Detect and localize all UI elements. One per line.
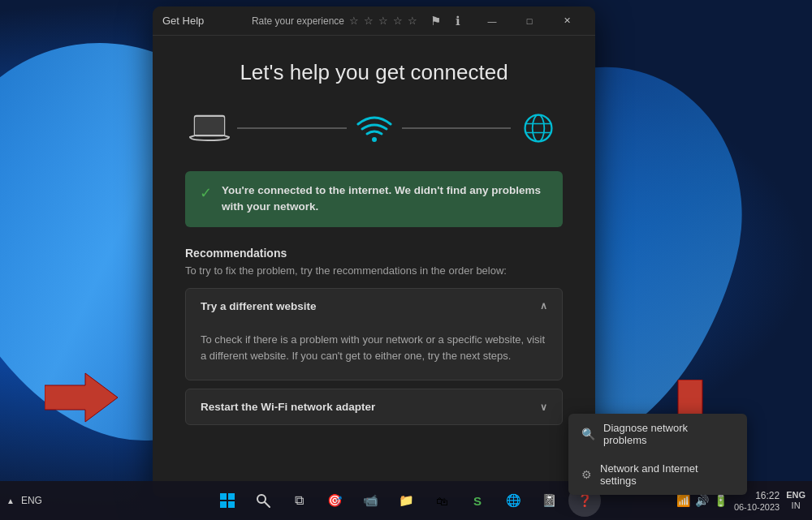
svg-line-14 xyxy=(265,502,270,507)
network-diagram xyxy=(185,108,563,148)
minimize-button[interactable]: — xyxy=(473,6,511,36)
taskbar-left: ▲ ENG xyxy=(6,495,42,506)
star-3[interactable]: ☆ xyxy=(378,15,388,27)
svg-rect-10 xyxy=(228,493,235,500)
net-line-2 xyxy=(402,127,512,129)
lang-region: IN xyxy=(792,501,801,511)
window-content: Let's help you get connected xyxy=(153,36,595,497)
title-bar-controls: — □ ✕ xyxy=(473,6,585,36)
svg-rect-12 xyxy=(228,501,235,508)
context-menu-diagnose-label: Diagnose network problems xyxy=(603,422,734,446)
window-title: Get Help xyxy=(162,15,204,27)
notes-icon[interactable]: 📓 xyxy=(533,484,565,517)
svg-point-5 xyxy=(525,115,552,142)
clock-date: 06-10-2023 xyxy=(734,502,780,512)
accordion-item-2: Restart the Wi-Fi network adapter ∨ xyxy=(185,389,563,425)
accordion-item-1: Try a different website ∧ To check if th… xyxy=(185,288,563,381)
accordion-chevron-1: ∧ xyxy=(540,300,547,312)
lang-icon: ENG xyxy=(21,495,42,506)
star-4[interactable]: ☆ xyxy=(393,15,403,27)
context-menu-network-label: Network and Internet settings xyxy=(600,462,734,487)
s-icon[interactable]: S xyxy=(461,484,494,517)
start-button[interactable] xyxy=(211,484,244,517)
accordion-title-1: Try a different website xyxy=(201,300,317,312)
store-icon[interactable]: 🛍 xyxy=(425,484,458,517)
edge-icon[interactable]: 🌐 xyxy=(497,484,529,517)
accordion-chevron-2: ∨ xyxy=(540,402,547,413)
svg-rect-9 xyxy=(220,493,227,500)
header-icons: ⚑ ℹ xyxy=(427,12,464,30)
context-menu: 🔍 Diagnose network problems ⚙ Network an… xyxy=(568,414,747,495)
info-icon[interactable]: ℹ xyxy=(452,12,464,30)
taskview-icon[interactable]: ⧉ xyxy=(283,484,315,517)
battery-icon: 🔋 xyxy=(714,494,728,507)
star-1[interactable]: ☆ xyxy=(349,15,359,27)
laptop-icon xyxy=(185,108,234,148)
get-help-window: Get Help Rate your experience ☆ ☆ ☆ ☆ ☆ … xyxy=(153,6,595,497)
accordion-header-2[interactable]: Restart the Wi-Fi network adapter ∨ xyxy=(186,389,562,424)
status-check-icon: ✓ xyxy=(200,184,212,202)
settings-icon: ⚙ xyxy=(581,468,592,481)
svg-rect-3 xyxy=(195,117,224,135)
status-message: You're connected to the internet. We did… xyxy=(222,183,548,216)
svg-point-4 xyxy=(372,137,377,142)
title-bar-right: Rate your experience ☆ ☆ ☆ ☆ ☆ ⚑ ℹ — □ ✕ xyxy=(204,6,585,36)
diagnose-icon: 🔍 xyxy=(581,428,595,440)
star-2[interactable]: ☆ xyxy=(364,15,374,27)
title-bar: Get Help Rate your experience ☆ ☆ ☆ ☆ ☆ … xyxy=(153,6,595,36)
clock-time: 16:22 xyxy=(755,490,780,501)
svg-point-6 xyxy=(533,115,545,142)
folder-icon[interactable]: 📁 xyxy=(390,484,422,517)
rate-label: Rate your experience xyxy=(252,15,344,27)
globe-icon xyxy=(514,108,563,148)
maximize-button[interactable]: □ xyxy=(511,6,548,36)
accordion-text-1: To check if there is a problem with your… xyxy=(201,333,545,363)
arrow-left-indicator xyxy=(45,369,118,429)
volume-icon: 🔊 xyxy=(695,494,709,507)
net-line-1 xyxy=(237,127,347,129)
close-button[interactable]: ✕ xyxy=(548,6,585,36)
tray-expand[interactable]: ▲ xyxy=(6,496,15,505)
accordion-title-2: Restart the Wi-Fi network adapter xyxy=(201,401,375,413)
rate-experience: Rate your experience ☆ ☆ ☆ ☆ ☆ xyxy=(252,15,417,27)
status-box: ✓ You're connected to the internet. We d… xyxy=(185,171,563,227)
recommendations-title: Recommendations xyxy=(185,247,563,260)
taskbar-center: ⧉ 🎯 📹 📁 🛍 S 🌐 📓 ❓ xyxy=(211,484,601,517)
main-heading: Let's help you get connected xyxy=(185,60,563,85)
lang-label: ENG xyxy=(786,490,806,501)
system-tray: 📶 🔊 🔋 xyxy=(676,494,728,507)
language-indicator[interactable]: ENG IN xyxy=(786,490,806,511)
recommendations-subtitle: To try to fix the problem, try the recom… xyxy=(185,264,563,277)
star-5[interactable]: ☆ xyxy=(408,15,417,27)
context-menu-item-diagnose[interactable]: 🔍 Diagnose network problems xyxy=(568,414,747,454)
search-taskbar-icon[interactable] xyxy=(247,484,279,517)
wifi-sys-icon: 📶 xyxy=(676,494,690,507)
widget1-icon[interactable]: 🎯 xyxy=(318,484,351,517)
accordion-header-1[interactable]: Try a different website ∧ xyxy=(186,289,562,324)
video-icon[interactable]: 📹 xyxy=(354,484,387,517)
context-menu-item-network-settings[interactable]: ⚙ Network and Internet settings xyxy=(568,454,747,495)
wifi-icon xyxy=(350,108,399,148)
feedback-icon[interactable]: ⚑ xyxy=(427,12,444,30)
accordion-body-1: To check if there is a problem with your… xyxy=(186,324,562,380)
svg-marker-0 xyxy=(45,373,118,422)
svg-rect-11 xyxy=(220,501,227,508)
